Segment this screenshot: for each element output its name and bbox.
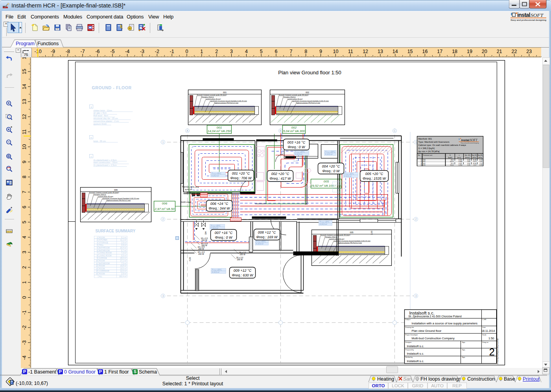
svg-text:steel construction - 10cm: steel construction - 10cm — [94, 161, 118, 164]
svg-text:Drwg no.: Drwg no. — [483, 341, 489, 343]
svg-text:0,30: 0,30 — [467, 159, 470, 161]
svg-text:006: 006 — [162, 202, 168, 205]
svg-text:8: 8 — [22, 176, 27, 179]
svg-text:6: 6 — [275, 49, 278, 54]
svg-text:167,0: 167,0 — [450, 161, 454, 162]
svg-text:15: 15 — [96, 273, 98, 275]
svg-text:Manifold: 001: Manifold: 001 — [418, 138, 432, 140]
svg-text:15: 15 — [22, 69, 27, 74]
svg-text:1:50: 1:50 — [488, 337, 494, 340]
svg-text:St. Zjednoczenia 2 41-500 Chor: St. Zjednoczenia 2 41-500 Chorzów Poland — [409, 315, 462, 318]
svg-text:35,4: 35,4 — [451, 163, 453, 164]
svg-text:007 +16 °C: 007 +16 °C — [215, 231, 233, 235]
svg-text:005 +20 °C: 005 +20 °C — [365, 172, 383, 176]
svg-text:005: 005 — [350, 231, 353, 234]
svg-text:0,60: 0,60 — [467, 163, 470, 164]
svg-text:structural clay tile - 25 cm: structural clay tile - 25 cm — [94, 117, 118, 120]
svg-text:04=0: 04=0 — [187, 191, 191, 193]
svg-text:Hydroinsulation PE-Foil 0,2 mm: Hydroinsulation PE-Foil 0,2 mm — [107, 199, 131, 201]
svg-text:ROOM: ROOM — [99, 265, 105, 267]
svg-text:Thermo_valve_ang: Thermo_valve_ang — [182, 186, 199, 188]
svg-text:-1: -1 — [170, 49, 174, 54]
svg-text:GARAGE: GARAGE — [99, 257, 107, 259]
svg-text:19,8 m²: 19,8 m² — [120, 265, 127, 267]
svg-text:0,33: 0,33 — [479, 159, 482, 161]
svg-text:4,9 m²: 4,9 m² — [121, 244, 127, 246]
svg-text:Δp (K): Δp (K) — [472, 154, 477, 156]
svg-text:1: 1 — [415, 141, 417, 144]
svg-text:5,04 m² VA 300: 5,04 m² VA 300 — [283, 129, 305, 133]
svg-text:-4: -4 — [22, 355, 27, 360]
svg-text:2x plasterboard + 2,5cm: 2x plasterboard + 2,5cm — [94, 164, 117, 166]
svg-text:Φreq.: 169 W: Φreq.: 169 W — [256, 235, 278, 239]
svg-text:3: 3 — [97, 242, 98, 244]
svg-text:KITCHEN: KITCHEN — [99, 239, 108, 241]
svg-text:18.11.2014: 18.11.2014 — [481, 329, 495, 332]
svg-text:4: 4 — [420, 164, 421, 166]
svg-text:110,4: 110,4 — [450, 164, 453, 166]
svg-text:8,77: 8,77 — [474, 161, 476, 162]
svg-text:Roll wool - 8cm: Roll wool - 8cm — [94, 114, 109, 117]
svg-text:0,057: 0,057 — [459, 163, 463, 164]
svg-text:24,06: 24,06 — [473, 163, 477, 164]
svg-text:2,9 m²: 2,9 m² — [121, 242, 127, 244]
svg-text:[kg/h]: [kg/h] — [448, 156, 452, 158]
svg-text:C-HR: C-HR — [483, 318, 487, 320]
svg-text:2: 2 — [415, 218, 417, 221]
svg-text:Plan view Ground floor 1:50: Plan view Ground floor 1:50 — [278, 70, 341, 75]
svg-text:instal: instal — [461, 138, 470, 142]
svg-text:200 W: 200 W — [198, 248, 204, 250]
svg-text:001: 001 — [217, 126, 222, 129]
svg-text:ROOM: ROOM — [99, 273, 105, 275]
svg-text:1 First floor: 1 First floor — [104, 369, 129, 375]
svg-text:-2: -2 — [155, 49, 159, 54]
svg-text:[l/min]: [l/min] — [465, 156, 470, 158]
svg-text:5: 5 — [260, 49, 263, 54]
svg-text:Sign.: Sign. — [462, 349, 466, 351]
svg-text:14: 14 — [393, 49, 398, 54]
svg-text:Set. (K): Set. (K) — [464, 154, 470, 156]
svg-text:5,5 m²: 5,5 m² — [121, 255, 127, 257]
svg-text:-6: -6 — [95, 49, 100, 54]
svg-text:Installation with a source of: Installation with a source of low supply… — [412, 322, 478, 325]
svg-text:5: 5 — [22, 221, 27, 223]
svg-text:TI x,y +20°C: TI x,y +20°C — [211, 225, 221, 227]
svg-text:San: San — [403, 376, 412, 382]
svg-text:No.: No. — [418, 154, 421, 156]
svg-text:1: 1 — [420, 159, 421, 161]
svg-text:[h100 mbar]: [h100 mbar] — [181, 201, 192, 203]
svg-text:Program: Program — [16, 41, 35, 46]
svg-text:air gap + 4cm: air gap + 4cm — [94, 112, 107, 114]
svg-text:12: 12 — [363, 49, 368, 54]
svg-text:1: 1 — [22, 281, 27, 284]
svg-text:[m/s]: [m/s] — [457, 156, 461, 158]
svg-text:A: A — [186, 129, 188, 132]
svg-text:-10: -10 — [35, 49, 42, 54]
svg-text:11: 11 — [22, 129, 27, 134]
svg-text:-4: -4 — [125, 49, 129, 54]
svg-text:Easy and professional designin: Easy and professional designing — [510, 19, 546, 21]
svg-text:Subject: Subject — [405, 318, 411, 320]
svg-text:1,87: 1,87 — [479, 161, 482, 162]
svg-text:2,85: 2,85 — [467, 161, 470, 162]
svg-text:C: C — [394, 129, 396, 132]
svg-text:TI x,y +20°C: TI x,y +20°C — [212, 173, 222, 175]
svg-text:005: 005 — [423, 164, 426, 166]
svg-text:Schema: Schema — [139, 369, 157, 375]
svg-text:12: 12 — [96, 265, 98, 267]
svg-text:2,11: 2,11 — [479, 163, 482, 164]
svg-text:A 14,0 m²: A 14,0 m² — [325, 153, 333, 155]
svg-text:9: 9 — [22, 160, 27, 163]
svg-text:HALL: HALL — [99, 244, 104, 246]
svg-text:Multi-bud Construction Company: Multi-bud Construction Company — [412, 337, 455, 340]
svg-text:001: 001 — [423, 161, 426, 162]
svg-text:14: 14 — [22, 84, 27, 89]
svg-text:G: G — [450, 154, 451, 156]
svg-text:GROUND - FLOOR: GROUND - FLOOR — [92, 85, 132, 90]
svg-text:12,0 m²: 12,0 m² — [120, 270, 127, 272]
svg-text:G = 346,3 [kg/h]: G = 346,3 [kg/h] — [418, 147, 435, 149]
svg-text:5,1 m²: 5,1 m² — [121, 237, 127, 239]
svg-text:ROOM: ROOM — [99, 237, 105, 239]
svg-text:Easy and professional designin: Easy and professional designing — [461, 142, 479, 144]
svg-text:15: 15 — [407, 49, 413, 54]
